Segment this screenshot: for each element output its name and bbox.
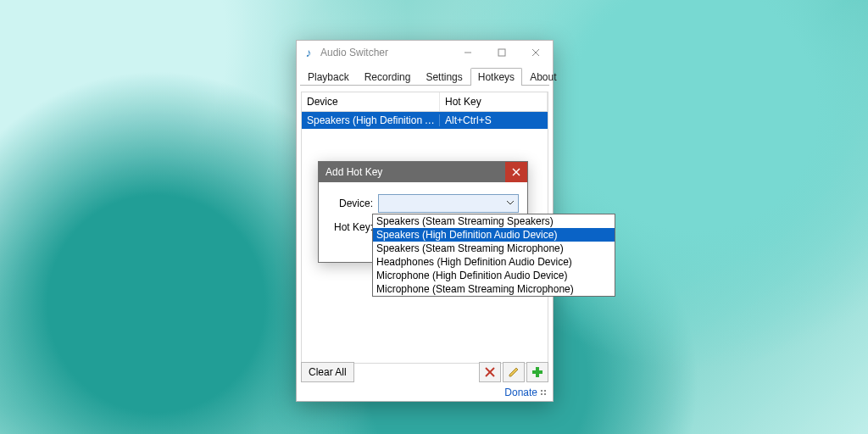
svg-rect-1 <box>498 49 505 56</box>
tab-hotkeys[interactable]: Hotkeys <box>470 68 522 86</box>
dialog-close-button[interactable] <box>505 162 527 182</box>
tab-playback[interactable]: Playback <box>300 68 357 86</box>
dialog-titlebar[interactable]: Add Hot Key <box>319 162 527 182</box>
device-combobox[interactable] <box>378 194 519 213</box>
table-header: Device Hot Key <box>302 92 548 112</box>
dropdown-option[interactable]: Microphone (Steam Streaming Microphone) <box>373 282 615 296</box>
dialog-title: Add Hot Key <box>326 166 382 178</box>
table-row[interactable]: Speakers (High Definition A... Alt+Ctrl+… <box>302 112 548 129</box>
svg-rect-8 <box>532 370 542 374</box>
add-button[interactable] <box>526 362 548 382</box>
dropdown-option[interactable]: Microphone (High Definition Audio Device… <box>373 269 615 282</box>
app-icon: ♪ <box>302 46 315 59</box>
dropdown-option[interactable]: Headphones (High Definition Audio Device… <box>373 255 615 269</box>
window-title: Audio Switcher <box>320 47 388 58</box>
cell-hotkey: Alt+Ctrl+S <box>440 114 548 126</box>
dropdown-option[interactable]: Speakers (High Definition Audio Device) <box>373 228 615 242</box>
tab-recording[interactable]: Recording <box>357 68 419 86</box>
footer-toolbar: Clear All <box>301 362 548 382</box>
column-hotkey[interactable]: Hot Key <box>440 92 548 111</box>
dropdown-option[interactable]: Speakers (Steam Streaming Microphone) <box>373 242 615 255</box>
tab-about[interactable]: About <box>522 68 564 86</box>
tab-strip: Playback Recording Settings Hotkeys Abou… <box>297 66 553 85</box>
svg-marker-6 <box>509 368 518 376</box>
device-dropdown[interactable]: Speakers (Steam Streaming Speakers) Spea… <box>372 214 615 297</box>
cell-device: Speakers (High Definition A... <box>302 114 440 126</box>
device-label: Device: <box>327 198 373 209</box>
titlebar[interactable]: ♪ Audio Switcher <box>297 41 553 64</box>
column-device[interactable]: Device <box>302 92 440 111</box>
clear-all-button[interactable]: Clear All <box>301 362 354 382</box>
tab-settings[interactable]: Settings <box>418 68 470 86</box>
add-icon <box>531 366 543 378</box>
resize-grip-icon[interactable] <box>541 390 546 395</box>
delete-button[interactable] <box>479 362 501 382</box>
maximize-button[interactable] <box>485 41 519 64</box>
hotkey-label: Hot Key: <box>327 221 373 233</box>
donate-link[interactable]: Donate <box>504 387 546 398</box>
chevron-down-icon <box>506 198 515 207</box>
close-button[interactable] <box>519 41 553 64</box>
dropdown-option[interactable]: Speakers (Steam Streaming Speakers) <box>373 214 615 228</box>
close-icon <box>512 168 520 176</box>
delete-icon <box>484 366 496 378</box>
edit-button[interactable] <box>503 362 525 382</box>
edit-icon <box>508 366 520 378</box>
minimize-button[interactable] <box>451 41 485 64</box>
